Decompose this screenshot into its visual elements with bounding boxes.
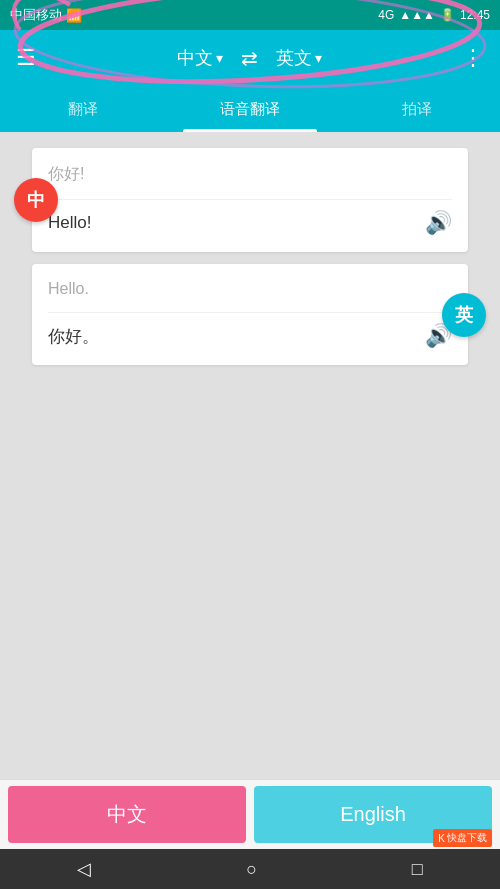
swap-languages-icon[interactable]: ⇄ <box>231 42 268 74</box>
tab-photo-translate[interactable]: 拍译 <box>333 86 500 132</box>
status-left: 中国移动 📶 <box>10 6 82 24</box>
card2-lang-badge: 英 <box>442 293 486 337</box>
tab-translate-label: 翻译 <box>68 100 98 119</box>
target-lang-dropdown-icon: ▾ <box>315 50 322 66</box>
source-lang-label: 中文 <box>177 46 213 70</box>
target-lang-selector[interactable]: 英文 ▾ <box>276 46 322 70</box>
carrier-icon: 📶 <box>66 8 82 23</box>
card1-speaker-icon[interactable]: 🔊 <box>425 210 452 236</box>
tab-bar: 翻译 语音翻译 拍译 <box>0 86 500 132</box>
tab-photo-translate-label: 拍译 <box>402 100 432 119</box>
tab-translate[interactable]: 翻译 <box>0 86 167 132</box>
watermark-icon: K <box>438 833 445 844</box>
card1: 你好! Hello! 🔊 <box>32 148 468 252</box>
tab-voice-translate[interactable]: 语音翻译 <box>167 86 334 132</box>
nav-bar: ☰ 中文 ▾ ⇄ 英文 ▾ ⋮ <box>0 30 500 86</box>
signal-type: 4G <box>378 8 394 22</box>
card2-wrapper: Hello. 你好。 🔊 英 <box>32 264 468 365</box>
card1-lang-badge: 中 <box>14 178 58 222</box>
time-display: 12:45 <box>460 8 490 22</box>
card1-translated-text: Hello! <box>48 213 91 233</box>
chinese-input-button[interactable]: 中文 <box>8 786 246 843</box>
status-right: 4G ▲▲▲ 🔋 12:45 <box>378 8 490 22</box>
card1-divider <box>48 199 452 200</box>
empty-space <box>12 377 488 763</box>
watermark-text: 快盘下载 <box>447 831 487 845</box>
card2: Hello. 你好。 🔊 <box>32 264 468 365</box>
source-lang-dropdown-icon: ▾ <box>216 50 223 66</box>
card1-input-text: 你好! <box>48 164 452 185</box>
source-lang-selector[interactable]: 中文 ▾ <box>177 46 223 70</box>
signal-bars-icon: ▲▲▲ <box>399 8 435 22</box>
system-nav-bar: ◁ ○ □ <box>0 849 500 889</box>
target-lang-label: 英文 <box>276 46 312 70</box>
card1-wrapper: 你好! Hello! 🔊 中 <box>32 148 468 252</box>
tab-voice-translate-label: 语音翻译 <box>220 100 280 119</box>
card1-bottom-row: Hello! 🔊 <box>48 210 452 236</box>
card2-bottom-row: 你好。 🔊 <box>48 323 452 349</box>
home-button[interactable]: ○ <box>226 855 277 884</box>
nav-center: 中文 ▾ ⇄ 英文 ▾ <box>44 42 454 74</box>
bottom-buttons: 中文 English <box>0 779 500 849</box>
recents-button[interactable]: □ <box>392 855 443 884</box>
more-options-icon[interactable]: ⋮ <box>454 37 492 79</box>
status-bar: 中国移动 📶 4G ▲▲▲ 🔋 12:45 <box>0 0 500 30</box>
back-button[interactable]: ◁ <box>57 854 111 884</box>
carrier-text: 中国移动 <box>10 6 62 24</box>
watermark: K 快盘下载 <box>433 829 492 847</box>
card2-divider <box>48 312 452 313</box>
card2-translated-text: 你好。 <box>48 325 99 348</box>
battery-icon: 🔋 <box>440 8 455 22</box>
card2-input-text: Hello. <box>48 280 452 298</box>
menu-icon[interactable]: ☰ <box>8 37 44 79</box>
main-content: 你好! Hello! 🔊 中 Hello. 你好。 🔊 英 <box>0 132 500 779</box>
